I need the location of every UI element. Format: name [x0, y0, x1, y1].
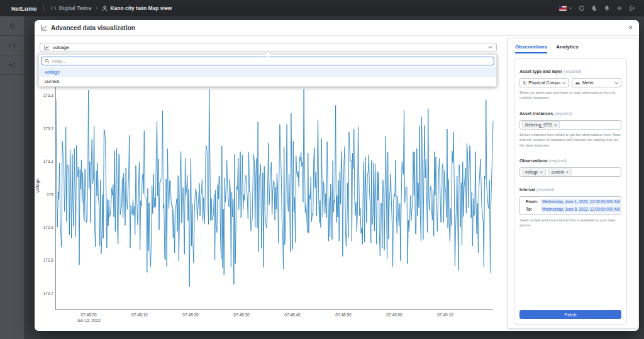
chip-current: current × — [548, 169, 572, 175]
sidebar-item-code[interactable] — [0, 36, 24, 55]
chevron-down-icon — [614, 82, 618, 84]
y-tick-label: 172.9 — [35, 225, 53, 230]
asset-instances-input[interactable]: Metering_9791 × — [519, 120, 621, 130]
settings-gear-icon[interactable] — [616, 5, 623, 11]
layer-select[interactable]: Meter — [572, 78, 621, 87]
close-icon[interactable]: × — [628, 24, 633, 31]
panel-tabs: Observations Analytics — [508, 38, 638, 53]
x-tick-label: 07:48:00 — [80, 313, 96, 317]
y-tick-label: 173.3 — [35, 93, 53, 97]
twin-icon — [102, 6, 108, 11]
breadcrumb-separator: › — [96, 5, 97, 11]
language-selector[interactable] — [559, 6, 572, 11]
remove-chip-icon[interactable]: × — [554, 123, 557, 127]
left-sidebar — [0, 16, 24, 339]
chevron-down-icon — [562, 82, 566, 84]
x-tick-label: 07:49:00 — [386, 313, 402, 317]
filter-input[interactable] — [52, 58, 491, 64]
y-axis-label: voltage — [35, 178, 40, 192]
code-icon — [8, 43, 16, 48]
interval-box: From: Wednesday, June 1, 2022, 12:00:00:… — [519, 196, 621, 215]
to-date-picker[interactable]: Wednesday, June 8, 2022, 12:00:00:000 AM — [541, 206, 621, 213]
y-tick-label: 172.8 — [35, 258, 53, 262]
chip-metering-9791: Metering_9791 × — [522, 121, 560, 128]
sidebar-item-globe[interactable] — [0, 16, 24, 36]
x-tick-label: 07:48:50 — [335, 313, 351, 317]
asset-type-label: Asset type and layer(required) — [519, 64, 621, 75]
advanced-data-visualization-modal: Advanced data visualization × voltage vo… — [35, 20, 639, 331]
x-axis-date-label: Jun 12, 2022 — [77, 318, 101, 323]
y-tick-label: 172.7 — [35, 291, 53, 296]
line-chart-icon — [41, 25, 47, 31]
network-share-icon — [9, 62, 16, 69]
y-tick-label: 173 — [35, 192, 53, 197]
logout-icon[interactable] — [629, 5, 635, 11]
y-tick-label: 173.1 — [35, 159, 53, 164]
observations-form: Asset type and layer(required) Physical … — [514, 58, 627, 325]
notifications-bell-icon[interactable] — [604, 5, 610, 11]
asset-instances-helper: Select instances from which to get the o… — [519, 132, 621, 148]
from-date-picker[interactable]: Wednesday, June 1, 2022, 12:00:00:000 AM — [541, 199, 621, 205]
top-bar: NetLume Digital Twins › Kano city twin M… — [0, 0, 644, 16]
x-tick-label: 07:49:10 — [437, 313, 453, 317]
observations-input[interactable]: voltage × current × — [519, 167, 621, 177]
voltage-chart[interactable]: voltage 173.3173.2173.1173172.9172.8172.… — [55, 85, 493, 310]
observable-select-value: voltage — [53, 45, 69, 50]
x-tick-label: 07:48:30 — [233, 313, 249, 317]
interval-label: Interval(required) — [519, 182, 621, 194]
tab-observations[interactable]: Observations — [515, 44, 547, 53]
observations-label: Observations(required) — [519, 153, 621, 165]
breadcrumb-digital-twins[interactable]: Digital Twins — [50, 5, 92, 11]
asset-instances-label: Asset instances(required) — [519, 106, 621, 118]
modal-title: Advanced data visualization — [51, 25, 135, 31]
interval-helper: Select a date and time interval that is … — [519, 218, 621, 228]
us-flag-icon — [559, 6, 567, 11]
fetch-button[interactable]: Fetch — [519, 310, 621, 319]
remove-chip-icon[interactable]: × — [566, 170, 569, 174]
brand-logo: NetLume — [11, 5, 37, 12]
remove-chip-icon[interactable]: × — [540, 170, 543, 174]
asset-type-select[interactable]: Physical Component — [519, 78, 569, 87]
observable-dropdown-popup: voltage current — [38, 54, 497, 87]
refresh-icon[interactable] — [579, 5, 585, 11]
modal-header: Advanced data visualization × — [35, 20, 639, 36]
x-tick-label: 07:48:40 — [284, 313, 300, 317]
x-tick-label: 07:48:10 — [131, 313, 147, 317]
query-panel: Observations Analytics Asset type and la… — [507, 38, 638, 329]
globe-icon — [9, 23, 16, 30]
tab-analytics[interactable]: Analytics — [556, 44, 579, 53]
line-chart-icon — [44, 45, 50, 50]
dark-mode-moon-icon[interactable] — [591, 5, 597, 11]
from-label: From: — [526, 199, 541, 204]
y-tick-label: 173.2 — [35, 126, 53, 131]
asset-type-helper: Select an asset type and layer to read o… — [519, 90, 621, 101]
search-icon — [45, 58, 50, 64]
meter-icon — [575, 81, 580, 85]
sidebar-item-network[interactable] — [0, 55, 24, 75]
x-tick-label: 07:48:20 — [182, 313, 198, 317]
option-voltage[interactable]: voltage — [39, 67, 496, 77]
to-label: To: — [526, 207, 541, 211]
chevron-down-icon — [488, 46, 492, 49]
option-current[interactable]: current — [39, 77, 496, 86]
component-icon — [523, 81, 526, 86]
voltage-line-series — [56, 85, 493, 309]
divider — [43, 4, 44, 12]
chevron-down-icon — [569, 7, 572, 9]
x-axis-ticks: 07:48:00Jun 12, 202207:48:1007:48:2007:4… — [56, 310, 493, 325]
breadcrumb-map-view[interactable]: Kano city twin Map view — [102, 5, 172, 11]
code-icon — [50, 6, 57, 11]
chip-voltage: voltage × — [522, 169, 546, 175]
